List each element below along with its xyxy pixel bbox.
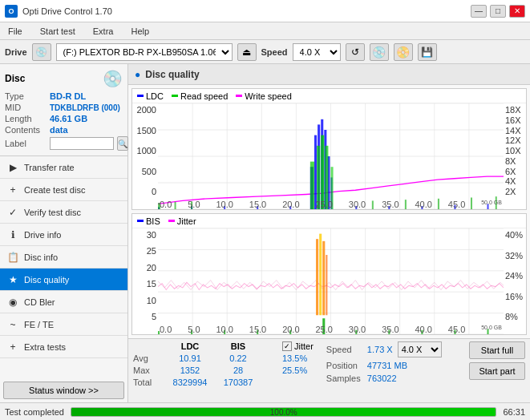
disc-panel-header: Disc 💿	[5, 69, 123, 88]
menu-extra[interactable]: Extra	[88, 25, 119, 38]
max-label: Max	[133, 365, 162, 375]
chart2-svg-container: 30252015105	[132, 228, 526, 334]
max-ldc: 1352	[162, 365, 218, 375]
stats-bar: LDC BIS ✓ Jitter Avg 10.91 0.22 13.5%	[128, 338, 530, 402]
verify-test-disc-icon: ✓	[6, 206, 19, 219]
stats-max-row: Max 1352 28 25.5%	[133, 365, 314, 375]
start-full-button[interactable]: Start full	[469, 341, 525, 359]
extra-tests-icon: +	[6, 341, 19, 353]
chart2-wrapper: BIS Jitter 30252015105	[131, 213, 527, 335]
chart1-y-right: 18X16X14X12X10X8X6X4X2X	[504, 103, 526, 209]
titlebar-controls[interactable]: — □ ✕	[471, 5, 525, 18]
disc-title: Disc	[5, 73, 25, 84]
create-test-disc-icon: +	[6, 184, 19, 196]
speed-stat-label: Speed	[326, 345, 362, 354]
total-bis: 170387	[218, 378, 258, 387]
write-speed-legend-label: Write speed	[245, 91, 292, 101]
disc-quality-icon: ★	[6, 273, 19, 286]
samples-row: Samples 763022	[326, 374, 442, 383]
speed-stat-select[interactable]: 4.0 X	[398, 341, 442, 357]
start-part-button[interactable]: Start part	[469, 362, 525, 380]
status-window-button[interactable]: Status window >>	[3, 382, 124, 399]
maximize-button[interactable]: □	[490, 5, 506, 18]
disc-type-row: Type BD-R DL	[5, 91, 123, 101]
jitter-col-header: Jitter	[294, 341, 314, 351]
chart1-y-left: 2000150010005000	[132, 103, 158, 209]
svg-rect-60	[319, 234, 322, 316]
drive-info-label: Drive info	[24, 230, 61, 240]
sidebar-item-extra-tests[interactable]: + Extra tests	[0, 336, 127, 358]
legend-bis: BIS	[137, 216, 160, 226]
menu-file[interactable]: File	[3, 25, 27, 38]
save-button[interactable]: 💾	[418, 43, 437, 61]
write-speed-legend-dot	[236, 95, 242, 97]
menu-start-test[interactable]: Start test	[35, 25, 80, 38]
action-buttons: Start full Start part	[469, 341, 525, 380]
legend-ldc: LDC	[137, 91, 164, 101]
read-speed-legend-label: Read speed	[180, 91, 228, 101]
disc-button[interactable]: 💿	[370, 43, 389, 61]
label-input[interactable]	[50, 137, 114, 150]
label-field-label: Label	[5, 139, 47, 148]
sidebar-item-transfer-rate[interactable]: ▶ Transfer rate	[0, 156, 127, 179]
samples-label: Samples	[326, 374, 362, 383]
sidebar-item-cd-bler[interactable]: ◉ CD Bler	[0, 291, 127, 313]
disc-mid-row: MID TDKBLDRFB (000)	[5, 103, 123, 112]
legend-jitter: Jitter	[168, 216, 196, 226]
drive-label: Drive	[5, 47, 27, 57]
speed-row: Speed 1.73 X 4.0 X	[326, 341, 442, 357]
jitter-legend-label: Jitter	[177, 216, 196, 226]
disc-panel: Disc 💿 Type BD-R DL MID TDKBLDRFB (000) …	[0, 64, 127, 156]
transfer-rate-label: Transfer rate	[24, 163, 75, 172]
titlebar: O Opti Drive Control 1.70 — □ ✕	[0, 0, 530, 22]
disc2-button[interactable]: 📀	[394, 43, 413, 61]
mid-label: MID	[5, 103, 47, 112]
length-value: 46.61 GB	[50, 114, 87, 123]
progress-bar-container: 100.0%	[71, 407, 496, 417]
minimize-button[interactable]: —	[471, 5, 487, 18]
speed-select[interactable]: 4.0 X	[293, 43, 341, 61]
chart1-svg	[158, 103, 504, 209]
sidebar-item-create-test-disc[interactable]: + Create test disc	[0, 179, 127, 201]
drive-select[interactable]: (F:) PLEXTOR BD-R PX-LB950SA 1.06	[56, 43, 233, 61]
total-label: Total	[133, 378, 162, 387]
samples-value: 763022	[367, 374, 397, 383]
menu-help[interactable]: Help	[126, 25, 154, 38]
sidebar-item-fe-te[interactable]: ~ FE / TE	[0, 313, 127, 336]
create-test-disc-label: Create test disc	[24, 185, 85, 195]
content-area: ● Disc quality LDC Read speed	[128, 64, 530, 402]
statusbar: Test completed 100.0% 66:31	[0, 402, 530, 420]
disc-icon: 💿	[103, 69, 123, 88]
sidebar-item-disc-info[interactable]: 📋 Disc info	[0, 246, 127, 269]
eject-button[interactable]: ⏏	[237, 43, 257, 61]
jitter-legend-dot	[168, 220, 175, 222]
avg-label: Avg	[133, 353, 162, 363]
max-bis: 28	[218, 365, 258, 375]
sidebar-nav: ▶ Transfer rate + Create test disc ✓ Ver…	[0, 156, 127, 378]
svg-rect-36	[321, 135, 324, 209]
drive-icon: 💿	[32, 43, 51, 61]
chart1-legend: LDC Read speed Write speed	[132, 89, 526, 103]
verify-test-disc-label: Verify test disc	[24, 208, 81, 217]
jitter-checkbox[interactable]: ✓	[282, 341, 292, 351]
close-button[interactable]: ✕	[509, 5, 525, 18]
main-layout: Disc 💿 Type BD-R DL MID TDKBLDRFB (000) …	[0, 64, 530, 402]
fe-te-icon: ~	[6, 318, 19, 331]
stats-speed-section: Speed 1.73 X 4.0 X Position 47731 MB Sam…	[326, 341, 442, 383]
drive-info-icon: ℹ	[6, 228, 19, 241]
drivebar: Drive 💿 (F:) PLEXTOR BD-R PX-LB950SA 1.0…	[0, 40, 530, 64]
svg-rect-62	[326, 255, 327, 315]
refresh-button[interactable]: ↺	[346, 43, 365, 61]
disc-length-row: Length 46.61 GB	[5, 114, 123, 123]
jitter-checkbox-row: ✓ Jitter	[282, 341, 314, 351]
app-title: Opti Drive Control 1.70	[22, 6, 112, 16]
legend-write-speed: Write speed	[236, 91, 292, 101]
avg-ldc: 10.91	[162, 353, 218, 363]
sidebar-item-drive-info[interactable]: ℹ Drive info	[0, 224, 127, 246]
stats-avg-row: Avg 10.91 0.22 13.5%	[133, 353, 314, 363]
sidebar-item-disc-quality[interactable]: ★ Disc quality	[0, 269, 127, 291]
extra-tests-label: Extra tests	[24, 342, 66, 352]
sidebar-item-verify-test-disc[interactable]: ✓ Verify test disc	[0, 201, 127, 224]
label-search-button[interactable]: 🔍	[117, 136, 128, 151]
disc-info-icon: 📋	[6, 251, 19, 264]
